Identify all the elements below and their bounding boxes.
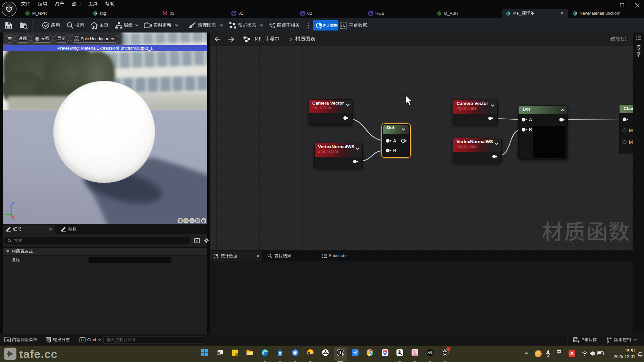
svg-text:B: B [529,127,532,132]
svg-text:Z: Z [12,200,14,205]
svg-text:Mi: Mi [629,128,633,133]
svg-text:A: A [393,138,396,143]
svg-text:M: M [629,139,633,145]
svg-text:T: T [9,352,11,356]
svg-text:z: z [641,351,642,353]
svg-text:A: A [529,117,532,122]
svg-text:B: B [393,148,396,153]
